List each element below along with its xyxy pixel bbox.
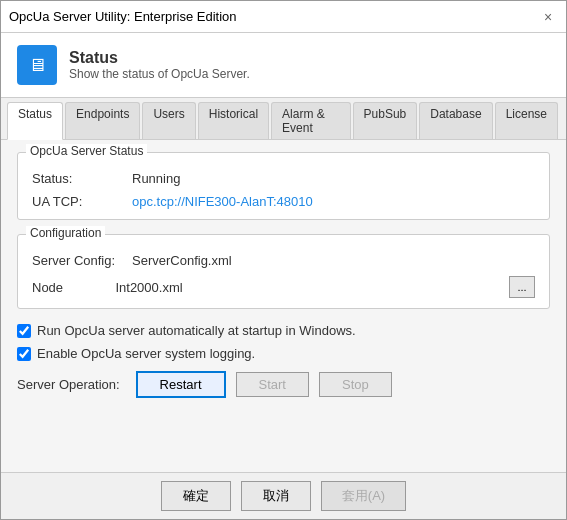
server-config-row: Server Config: ServerConfig.xml (32, 253, 535, 268)
tab-status[interactable]: Status (7, 102, 63, 140)
node-row: Node Int2000.xml ... (32, 276, 535, 298)
ua-tcp-value: opc.tcp://NIFE300-AlanT:48010 (132, 194, 313, 209)
cancel-button[interactable]: 取消 (241, 481, 311, 511)
tab-alarm-event[interactable]: Alarm & Event (271, 102, 350, 139)
status-row: Status: Running (32, 171, 535, 186)
footer: 確定 取消 套用(A) (1, 472, 566, 519)
tabs-bar: Status Endpoints Users Historical Alarm … (1, 98, 566, 140)
page-title: Status (69, 49, 250, 67)
ua-tcp-label: UA TCP: (32, 194, 132, 209)
ua-tcp-row: UA TCP: opc.tcp://NIFE300-AlanT:48010 (32, 194, 535, 209)
operation-row: Server Operation: Restart Start Stop (17, 371, 550, 398)
monitor-icon: 🖥 (28, 55, 46, 76)
title-bar-left: OpcUa Server Utility: Enterprise Edition (9, 9, 237, 24)
node-label: Node (32, 280, 115, 295)
configuration-title: Configuration (26, 226, 105, 240)
tab-database[interactable]: Database (419, 102, 492, 139)
tab-users[interactable]: Users (142, 102, 195, 139)
server-config-value: ServerConfig.xml (132, 253, 232, 268)
apply-button[interactable]: 套用(A) (321, 481, 406, 511)
browse-button[interactable]: ... (509, 276, 535, 298)
close-button[interactable]: × (538, 7, 558, 27)
configuration-group: Configuration Server Config: ServerConfi… (17, 234, 550, 309)
stop-button[interactable]: Stop (319, 372, 392, 397)
window-title: OpcUa Server Utility: Enterprise Edition (9, 9, 237, 24)
tab-endpoints[interactable]: Endpoints (65, 102, 140, 139)
tab-historical[interactable]: Historical (198, 102, 269, 139)
checkbox-startup-label: Run OpcUa server automatically at startu… (37, 323, 356, 338)
server-status-title: OpcUa Server Status (26, 144, 147, 158)
tab-license[interactable]: License (495, 102, 558, 139)
server-status-group: OpcUa Server Status Status: Running UA T… (17, 152, 550, 220)
title-bar: OpcUa Server Utility: Enterprise Edition… (1, 1, 566, 33)
app-icon: 🖥 (17, 45, 57, 85)
tab-pubsub[interactable]: PubSub (353, 102, 418, 139)
node-value: Int2000.xml (115, 280, 509, 295)
header-section: 🖥 Status Show the status of OpcUa Server… (1, 33, 566, 98)
server-config-label: Server Config: (32, 253, 132, 268)
checkbox-logging-label: Enable OpcUa server system logging. (37, 346, 255, 361)
checkbox-logging-row: Enable OpcUa server system logging. (17, 346, 550, 361)
node-row-inner: Int2000.xml ... (115, 276, 535, 298)
restart-button[interactable]: Restart (136, 371, 226, 398)
status-value: Running (132, 171, 180, 186)
operation-label: Server Operation: (17, 377, 120, 392)
checkbox-startup-row: Run OpcUa server automatically at startu… (17, 323, 550, 338)
content-area: OpcUa Server Status Status: Running UA T… (1, 140, 566, 472)
status-label: Status: (32, 171, 132, 186)
checkbox-startup[interactable] (17, 324, 31, 338)
checkbox-logging[interactable] (17, 347, 31, 361)
confirm-button[interactable]: 確定 (161, 481, 231, 511)
main-window: OpcUa Server Utility: Enterprise Edition… (0, 0, 567, 520)
start-button[interactable]: Start (236, 372, 309, 397)
page-subtitle: Show the status of OpcUa Server. (69, 67, 250, 81)
header-text: Status Show the status of OpcUa Server. (69, 49, 250, 81)
